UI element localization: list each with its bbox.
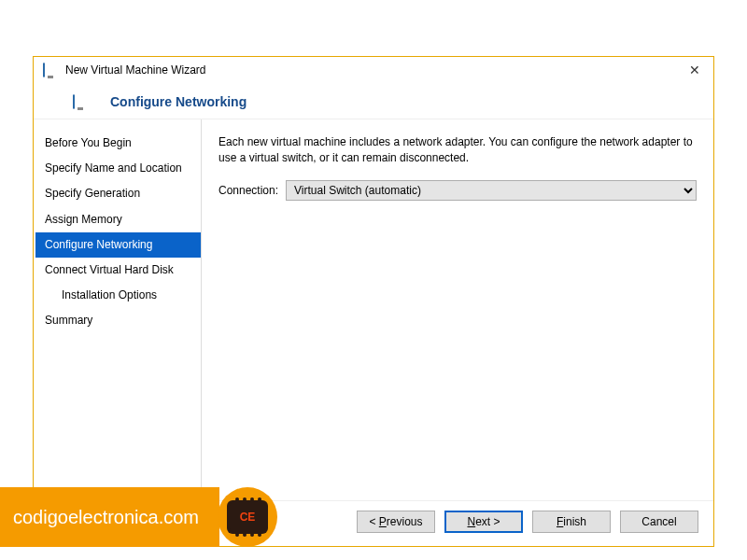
header-icon [73,95,90,108]
step-specify-name-location[interactable]: Specify Name and Location [35,156,201,181]
step-label: Assign Memory [45,213,122,226]
step-label: Connect Virtual Hard Disk [45,263,174,276]
step-label: Installation Options [62,288,157,301]
description-text: Each new virtual machine includes a netw… [218,134,697,167]
finish-key: F [557,515,563,528]
step-installation-options[interactable]: Installation Options [35,283,201,308]
connection-field: Connection: Virtual Switch (automatic) [218,180,697,201]
connection-dropdown[interactable]: Virtual Switch (automatic) [286,180,697,201]
watermark-logo: CE [218,487,277,547]
close-button[interactable]: ✕ [685,63,704,77]
step-assign-memory[interactable]: Assign Memory [35,207,201,232]
step-before-you-begin[interactable]: Before You Begin [35,131,201,156]
titlebar: New Virtual Machine Wizard ✕ [34,57,713,81]
previous-key: P [379,515,387,528]
connection-label: Connection: [218,184,278,197]
wizard-content: Each new virtual machine includes a netw… [202,119,713,500]
step-label: Summary [45,314,92,327]
step-connect-vhd[interactable]: Connect Virtual Hard Disk [35,258,201,283]
step-specify-generation[interactable]: Specify Generation [35,181,201,206]
watermark-text: codigoelectronica.com [0,487,219,547]
step-label: Before You Begin [45,136,132,149]
watermark: codigoelectronica.com CE [0,487,277,547]
chip-text: CE [230,503,265,531]
step-label: Configure Networking [45,238,152,251]
cancel-button[interactable]: Cancel [620,511,698,533]
finish-button[interactable]: Finish [532,511,611,533]
chip-icon: CE [230,503,265,531]
step-label: Specify Name and Location [45,161,182,175]
next-button[interactable]: Next > [444,511,523,533]
page-heading: Configure Networking [110,94,247,109]
wizard-steps-sidebar: Before You Begin Specify Name and Locati… [35,119,202,500]
connection-select-wrap: Virtual Switch (automatic) [286,180,697,201]
step-configure-networking[interactable]: Configure Networking [35,232,201,258]
previous-button[interactable]: < Previous [357,511,435,533]
step-summary[interactable]: Summary [35,308,201,333]
wizard-window: New Virtual Machine Wizard ✕ Configure N… [33,56,714,547]
wizard-body: Before You Begin Specify Name and Locati… [34,119,713,500]
app-icon [43,63,60,77]
cancel-label: Cancel [641,515,676,528]
wizard-header: Configure Networking [34,81,713,119]
next-key: N [467,515,475,528]
titlebar-left: New Virtual Machine Wizard [43,63,206,77]
window-title: New Virtual Machine Wizard [65,63,206,77]
step-label: Specify Generation [45,187,140,200]
